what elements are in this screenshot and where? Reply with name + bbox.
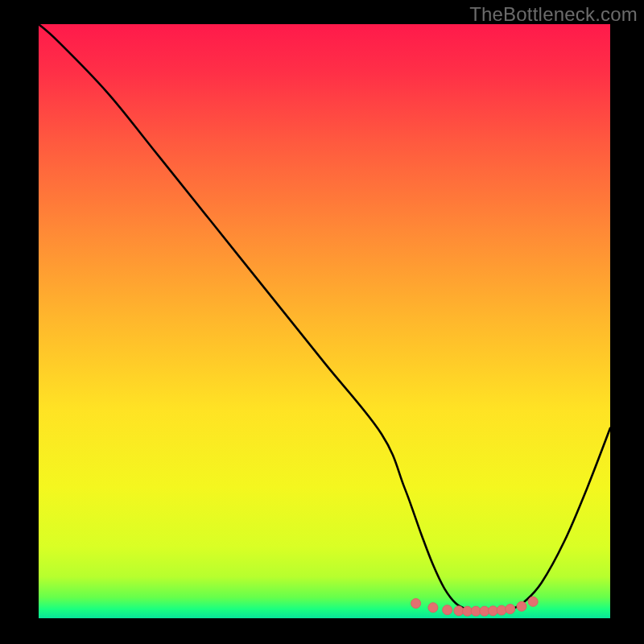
valley-marker: [497, 605, 506, 615]
valley-marker: [506, 605, 515, 614]
valley-marker: [528, 597, 538, 606]
valley-marker: [411, 599, 421, 609]
plot-area: [39, 24, 610, 618]
watermark-text: TheBottleneck.com: [469, 3, 638, 26]
valley-marker: [428, 603, 438, 613]
valley-marker: [443, 605, 452, 615]
chart-svg: [39, 24, 610, 618]
chart-frame: TheBottleneck.com: [0, 0, 644, 644]
valley-marker: [517, 601, 526, 611]
